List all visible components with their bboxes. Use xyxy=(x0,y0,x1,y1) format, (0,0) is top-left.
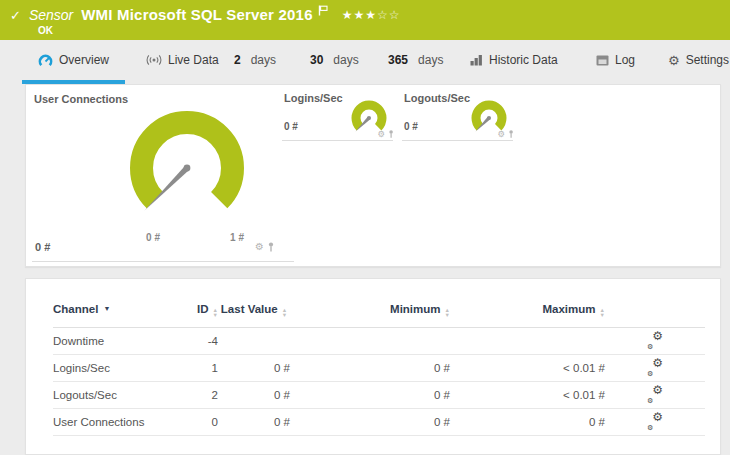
channel-last-value: 0 # xyxy=(218,382,290,409)
sensor-status-bar: ✓ Sensor WMI Microsoft SQL Server 2016 ★… xyxy=(0,0,730,40)
log-window-icon xyxy=(596,55,609,66)
sensor-title: WMI Microsoft SQL Server 2016 xyxy=(81,6,312,23)
table-row: User Connections 0 0 # 0 # 0 # ⚙⚙ xyxy=(53,409,705,436)
tab-log[interactable]: Log xyxy=(590,40,641,80)
table-row: Downtime -4 ⚙⚙ xyxy=(53,328,705,355)
logins-gauge-actions: ⚙ xyxy=(377,130,394,139)
channel-minimum: 0 # xyxy=(290,355,450,382)
priority-stars[interactable]: ★★★☆☆ xyxy=(342,8,401,22)
channel-name[interactable]: Logins/Sec xyxy=(53,355,173,382)
sort-desc-icon: ▼ xyxy=(103,305,110,312)
tab-settings[interactable]: ⚙ Settings xyxy=(662,40,730,80)
logouts-gauge-value: 0 # xyxy=(404,121,418,132)
logouts-gauge-title: Logouts/Sec xyxy=(404,92,470,104)
column-header-minimum[interactable]: Minimum▲▼ xyxy=(290,303,450,328)
priority-flag-icon[interactable] xyxy=(318,5,328,16)
gear-icon[interactable]: ⚙ xyxy=(377,130,385,139)
channel-settings-icon[interactable]: ⚙⚙ xyxy=(647,334,663,347)
gear-icon[interactable]: ⚙ xyxy=(497,130,505,139)
stars-empty[interactable]: ☆☆ xyxy=(377,8,401,22)
tab-bar: Overview Live Data 2days 30days 365days xyxy=(0,40,730,84)
logins-gauge-value: 0 # xyxy=(284,121,298,132)
primary-gauge-title: User Connections xyxy=(34,93,128,105)
column-header-maximum[interactable]: Maximum▲▼ xyxy=(450,303,605,328)
column-header-channel[interactable]: Channel▼ xyxy=(53,303,173,328)
channel-maximum: < 0.01 # xyxy=(450,382,605,409)
tab-30-days-number: 30 xyxy=(310,53,323,67)
user-connections-gauge xyxy=(127,107,249,231)
sensor-kind-label: Sensor xyxy=(29,7,73,23)
channel-last-value xyxy=(218,328,290,355)
stars-filled[interactable]: ★★★ xyxy=(342,8,377,22)
status-badge: OK xyxy=(38,25,53,36)
status-check-icon: ✓ xyxy=(10,8,21,23)
channel-settings-icon[interactable]: ⚙⚙ xyxy=(647,388,663,401)
tab-2-days-unit: days xyxy=(251,53,276,67)
channel-settings-icon[interactable]: ⚙⚙ xyxy=(647,361,663,374)
channel-id: 1 xyxy=(173,355,218,382)
tab-log-label: Log xyxy=(615,53,635,67)
sort-icon: ▲▼ xyxy=(600,308,605,317)
channel-last-value: 0 # xyxy=(218,409,290,436)
column-header-id[interactable]: ID▲▼ xyxy=(173,303,218,328)
pin-icon[interactable] xyxy=(388,130,395,139)
primary-gauge-actions: ⚙ xyxy=(255,242,275,252)
channel-maximum xyxy=(450,328,605,355)
channel-id: -4 xyxy=(173,328,218,355)
tab-30-days-unit: days xyxy=(333,53,358,67)
sort-icon: ▲▼ xyxy=(282,308,287,317)
column-header-last-value[interactable]: Last Value▲▼ xyxy=(218,303,290,328)
channel-name[interactable]: User Connections xyxy=(53,409,173,436)
tab-historic-data-label: Historic Data xyxy=(489,53,558,67)
channel-name[interactable]: Downtime xyxy=(53,328,173,355)
tab-live-data-label: Live Data xyxy=(168,53,219,67)
channel-maximum: 0 # xyxy=(450,409,605,436)
bar-chart-icon xyxy=(470,54,483,66)
channel-minimum: 0 # xyxy=(290,409,450,436)
gauge-scale-max: 1 # xyxy=(230,232,244,243)
primary-gauge-value: 0 # xyxy=(35,241,50,253)
tab-365-days[interactable]: 365days xyxy=(382,40,449,80)
channel-id: 2 xyxy=(173,382,218,409)
gauges-panel: User Connections 0 # 1 # 0 # ⚙ Logins/Se… xyxy=(25,84,721,267)
table-row: Logins/Sec 1 0 # 0 # < 0.01 # ⚙⚙ xyxy=(53,355,705,382)
gauge-icon xyxy=(38,54,53,67)
channel-name[interactable]: Logouts/Sec xyxy=(53,382,173,409)
channels-table: Channel▼ ID▲▼ Last Value▲▼ Minimum▲▼ Max… xyxy=(53,303,705,436)
table-row: Logouts/Sec 2 0 # 0 # < 0.01 # ⚙⚙ xyxy=(53,382,705,409)
pin-icon[interactable] xyxy=(267,242,275,252)
logouts-gauge-actions: ⚙ xyxy=(497,130,514,139)
tab-2-days[interactable]: 2days xyxy=(228,40,282,80)
gear-icon: ⚙ xyxy=(668,54,680,67)
sort-icon: ▲▼ xyxy=(213,308,218,317)
channel-minimum xyxy=(290,328,450,355)
tab-30-days[interactable]: 30days xyxy=(304,40,365,80)
channel-minimum: 0 # xyxy=(290,382,450,409)
channel-maximum: < 0.01 # xyxy=(450,355,605,382)
tab-365-days-number: 365 xyxy=(388,53,408,67)
tab-2-days-number: 2 xyxy=(234,53,241,67)
tab-overview[interactable]: Overview xyxy=(22,40,125,84)
tab-overview-label: Overview xyxy=(59,53,109,67)
logins-gauge-title: Logins/Sec xyxy=(284,92,343,104)
channel-settings-icon[interactable]: ⚙⚙ xyxy=(647,415,663,428)
tab-settings-label: Settings xyxy=(686,53,729,67)
channel-last-value: 0 # xyxy=(218,355,290,382)
tab-365-days-unit: days xyxy=(418,53,443,67)
table-header-row: Channel▼ ID▲▼ Last Value▲▼ Minimum▲▼ Max… xyxy=(53,303,705,328)
live-signal-icon xyxy=(146,54,162,66)
gear-icon[interactable]: ⚙ xyxy=(255,242,264,252)
channel-id: 0 xyxy=(173,409,218,436)
tab-live-data[interactable]: Live Data xyxy=(140,40,225,80)
channels-panel: Channel▼ ID▲▼ Last Value▲▼ Minimum▲▼ Max… xyxy=(25,278,721,455)
pin-icon[interactable] xyxy=(508,130,515,139)
sort-icon: ▲▼ xyxy=(445,308,450,317)
tab-historic-data[interactable]: Historic Data xyxy=(464,40,564,80)
gauge-scale-min: 0 # xyxy=(146,232,160,243)
